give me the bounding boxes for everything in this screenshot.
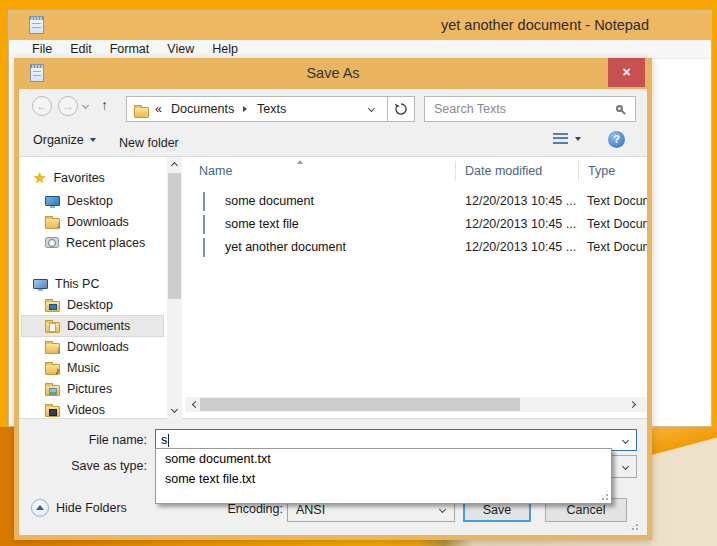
file-name-value: s: [161, 433, 167, 447]
desktop: yet another document - Notepad File Edit…: [0, 0, 717, 546]
file-row-yet-another-document[interactable]: yet another document 12/20/2013 10:45 ..…: [185, 237, 647, 259]
save-as-type-label: Save as type:: [19, 459, 147, 473]
new-folder-button[interactable]: New folder: [119, 133, 179, 151]
file-type: Text Docum: [587, 217, 647, 231]
column-header-type[interactable]: Type: [588, 164, 615, 178]
sidebar-item-label: Music: [67, 361, 100, 375]
text-file-icon: [203, 215, 205, 234]
address-bar[interactable]: « Documents Texts: [126, 96, 388, 122]
autocomplete-resize-grip[interactable]: [597, 489, 610, 502]
menu-view[interactable]: View: [158, 42, 203, 56]
menu-help[interactable]: Help: [203, 42, 247, 56]
sidebar-item-downloads-fav[interactable]: ↓ Downloads: [19, 211, 166, 232]
text-file-icon: [203, 192, 205, 211]
file-type: Text Docum: [587, 240, 647, 254]
file-list-scrollbar-thumb[interactable]: [200, 398, 520, 411]
up-button[interactable]: ↑: [101, 97, 108, 113]
sidebar-group-label: This PC: [55, 277, 99, 291]
organize-label: Organize: [33, 133, 84, 147]
close-icon[interactable]: ×: [608, 58, 645, 87]
browse-panel: ★ Favorites Desktop ↓ Downloads Recent p…: [19, 156, 647, 419]
nav-sidebar: ★ Favorites Desktop ↓ Downloads Recent p…: [19, 157, 166, 420]
recent-places-icon: [45, 237, 59, 248]
sidebar-item-label: Desktop: [67, 194, 113, 208]
scroll-right-icon[interactable]: [629, 401, 636, 408]
monitor-icon: [45, 196, 60, 206]
notepad-menubar: File Edit Format View Help: [9, 40, 711, 59]
autocomplete-item[interactable]: some document.txt: [156, 449, 611, 469]
file-date: 12/20/2013 10:45 ...: [465, 194, 576, 208]
collapse-up-icon: [31, 499, 49, 517]
file-name: some document: [225, 194, 314, 208]
sidebar-item-music[interactable]: ♪ Music: [19, 357, 166, 378]
column-header-name[interactable]: Name: [199, 164, 232, 178]
sidebar-item-downloads-pc[interactable]: ↓ Downloads: [19, 336, 166, 357]
help-button[interactable]: ?: [608, 131, 625, 148]
organize-button[interactable]: Organize: [33, 133, 96, 147]
sidebar-scrollbar[interactable]: [167, 157, 182, 420]
sidebar-item-recent-places[interactable]: Recent places: [19, 232, 166, 253]
sidebar-item-label: Desktop: [67, 298, 113, 312]
encoding-dropdown-icon: [439, 506, 446, 513]
breadcrumb-documents[interactable]: Documents: [171, 102, 234, 116]
change-view-button[interactable]: [553, 133, 581, 145]
hide-folders-button[interactable]: Hide Folders: [31, 499, 127, 517]
sidebar-scrollbar-thumb[interactable]: [168, 173, 181, 299]
notepad-app-icon: [29, 16, 44, 34]
sidebar-item-desktop-pc[interactable]: Desktop: [19, 294, 166, 315]
column-divider[interactable]: [455, 161, 456, 181]
mini-page: [49, 323, 56, 332]
dialog-title: Save As: [14, 65, 652, 81]
sidebar-item-desktop-fav[interactable]: Desktop: [19, 190, 166, 211]
address-dropdown-icon[interactable]: [368, 105, 375, 112]
list-view-icon: [553, 133, 568, 145]
pc-icon: [33, 279, 48, 289]
breadcrumb-root-chevron[interactable]: «: [155, 102, 162, 116]
sidebar-item-documents[interactable]: Documents: [19, 315, 166, 336]
sidebar-group-label: Favorites: [53, 171, 104, 185]
menu-file[interactable]: File: [23, 42, 61, 56]
notepad-window-title: yet another document - Notepad: [441, 17, 649, 33]
file-name-autocomplete: some document.txt some text file.txt: [155, 448, 612, 504]
file-name-dropdown-icon[interactable]: [622, 437, 629, 444]
hide-folders-label: Hide Folders: [56, 501, 127, 515]
menu-format[interactable]: Format: [101, 42, 159, 56]
sidebar-group-favorites[interactable]: ★ Favorites: [19, 167, 166, 188]
file-list-scrollbar[interactable]: [185, 397, 647, 412]
breadcrumb-separator-icon: [243, 106, 247, 112]
breadcrumb-texts[interactable]: Texts: [257, 102, 286, 116]
file-type: Text Docum: [587, 194, 647, 208]
sort-ascending-icon: [297, 160, 303, 164]
download-arrow-icon: ↓: [56, 345, 61, 355]
encoding-value: ANSI: [296, 503, 325, 517]
file-row-some-text-file[interactable]: some text file 12/20/2013 10:45 ... Text…: [185, 214, 647, 236]
sidebar-item-videos[interactable]: Videos: [19, 399, 166, 420]
column-header-date-modified[interactable]: Date modified: [465, 164, 542, 178]
column-divider[interactable]: [578, 161, 579, 181]
scroll-down-icon[interactable]: [171, 406, 178, 413]
sidebar-item-label: Videos: [67, 403, 105, 417]
notepad-titlebar: yet another document - Notepad: [9, 11, 711, 40]
search-icon[interactable]: [616, 105, 623, 112]
autocomplete-item[interactable]: some text file.txt: [156, 469, 611, 489]
search-box[interactable]: [424, 96, 636, 122]
forward-button[interactable]: →: [58, 96, 78, 116]
address-folder-icon: [134, 107, 149, 118]
sidebar-item-pictures[interactable]: Pictures: [19, 378, 166, 399]
search-input[interactable]: [434, 102, 614, 116]
history-dropdown-icon[interactable]: [82, 102, 89, 109]
music-folder-icon: ♪: [45, 364, 60, 375]
back-button[interactable]: ←: [32, 96, 52, 116]
refresh-button[interactable]: [387, 96, 415, 122]
sidebar-group-this-pc[interactable]: This PC: [19, 273, 166, 294]
download-arrow-icon: ↓: [56, 220, 61, 230]
scroll-left-icon[interactable]: [192, 401, 199, 408]
file-row-some-document[interactable]: some document 12/20/2013 10:45 ... Text …: [185, 191, 647, 213]
pictures-folder-icon: [45, 385, 60, 396]
scroll-up-icon[interactable]: [171, 162, 178, 169]
videos-folder-icon: [45, 406, 60, 417]
text-file-icon: [203, 238, 205, 257]
dialog-resize-grip[interactable]: [627, 519, 640, 532]
menu-edit[interactable]: Edit: [61, 42, 101, 56]
file-list: Name Date modified Type some document 12…: [185, 157, 647, 420]
